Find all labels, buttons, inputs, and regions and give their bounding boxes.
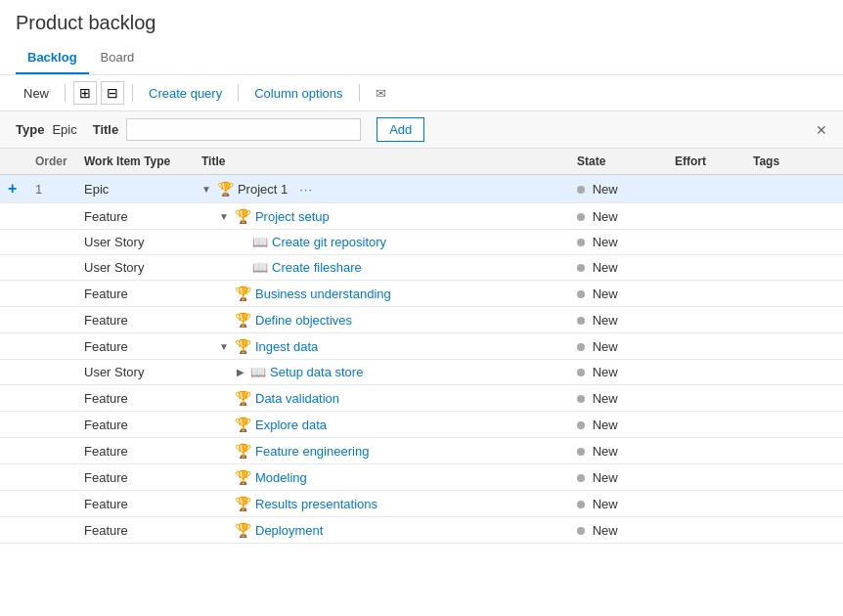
expand-arrow[interactable]: ▶: [237, 367, 244, 377]
type-cell: Feature: [76, 412, 194, 438]
type-cell: User Story: [76, 255, 194, 281]
trophy-icon: 🏆: [235, 338, 251, 354]
effort-cell: [667, 360, 745, 385]
filter-add-button[interactable]: Add: [377, 117, 424, 142]
table-row[interactable]: User Story ▶ 📖 Setup data store New: [0, 360, 843, 385]
column-options-button[interactable]: Column options: [246, 82, 350, 105]
title-cell[interactable]: 📖 Create git repository: [194, 230, 569, 255]
tags-cell: [745, 175, 843, 203]
state-label: New: [593, 260, 618, 275]
col-header-effort: Effort: [667, 149, 745, 175]
table-row[interactable]: + 1 Epic ▼ 🏆 Project 1 ··· New: [0, 175, 843, 203]
item-title: Modeling: [255, 470, 307, 485]
table-row[interactable]: Feature 🏆 Deployment New: [0, 517, 843, 544]
filter-title-input[interactable]: [126, 118, 361, 141]
tags-cell: [745, 230, 843, 255]
tags-cell: [745, 491, 843, 517]
table-row[interactable]: Feature 🏆 Data validation New: [0, 385, 843, 412]
item-title: Define objectives: [255, 313, 352, 328]
state-cell: New: [569, 464, 667, 491]
filter-type-label: Type: [16, 122, 44, 137]
type-cell: User Story: [76, 230, 194, 255]
tab-backlog[interactable]: Backlog: [16, 42, 89, 74]
item-title: Business understanding: [255, 286, 391, 301]
state-label: New: [593, 182, 618, 197]
state-cell: New: [569, 281, 667, 307]
state-dot: [577, 369, 585, 376]
tab-board[interactable]: Board: [89, 42, 147, 74]
title-cell[interactable]: ▼ 🏆 Project 1 ···: [194, 175, 569, 203]
table-row[interactable]: Feature ▼ 🏆 Ingest data New: [0, 333, 843, 360]
new-label: New: [23, 86, 49, 101]
table-row[interactable]: Feature 🏆 Feature engineering New: [0, 438, 843, 464]
filter-close-icon[interactable]: ✕: [816, 122, 827, 138]
create-query-button[interactable]: Create query: [141, 82, 230, 105]
title-cell[interactable]: ▼ 🏆 Project setup: [194, 203, 569, 230]
item-title: Data validation: [255, 391, 339, 406]
add-cell: [0, 255, 27, 281]
expand-icon: ⊞: [79, 86, 91, 100]
create-query-label: Create query: [149, 86, 222, 101]
new-button[interactable]: New: [16, 82, 57, 105]
title-cell[interactable]: 🏆 Explore data: [194, 412, 569, 438]
backlog-table: Order Work Item Type Title State Effort …: [0, 149, 843, 544]
state-cell: New: [569, 175, 667, 203]
title-cell[interactable]: 🏆 Define objectives: [194, 307, 569, 333]
state-label: New: [593, 209, 618, 224]
title-cell[interactable]: 🏆 Feature engineering: [194, 438, 569, 464]
title-cell[interactable]: 🏆 Deployment: [194, 517, 569, 544]
state-cell: New: [569, 412, 667, 438]
state-label: New: [593, 313, 618, 328]
state-cell: New: [569, 491, 667, 517]
table-row[interactable]: Feature ▼ 🏆 Project setup New: [0, 203, 843, 230]
col-header-add: [0, 149, 27, 175]
tags-cell: [745, 333, 843, 360]
title-cell[interactable]: ▼ 🏆 Ingest data: [194, 333, 569, 360]
expand-button[interactable]: ⊞: [73, 81, 97, 105]
toolbar-sep-2: [132, 84, 133, 102]
add-row-icon[interactable]: +: [8, 180, 17, 197]
effort-cell: [667, 464, 745, 491]
email-icon: ✉: [376, 86, 386, 101]
table-container: Order Work Item Type Title State Effort …: [0, 149, 843, 544]
table-row[interactable]: Feature 🏆 Results presentations New: [0, 491, 843, 517]
add-cell: [0, 464, 27, 491]
expand-arrow[interactable]: ▼: [201, 184, 211, 195]
order-cell: [27, 385, 76, 412]
state-cell: New: [569, 307, 667, 333]
trophy-icon: 🏆: [235, 443, 251, 459]
column-options-label: Column options: [254, 86, 342, 101]
effort-cell: [667, 230, 745, 255]
collapse-icon: ⊟: [107, 86, 118, 100]
state-dot: [577, 421, 585, 429]
book-icon: 📖: [250, 365, 266, 379]
table-header-row: Order Work Item Type Title State Effort …: [0, 149, 843, 175]
table-row[interactable]: User Story 📖 Create git repository New: [0, 230, 843, 255]
item-title: Create fileshare: [272, 260, 362, 275]
table-row[interactable]: Feature 🏆 Modeling New: [0, 464, 843, 491]
expand-arrow[interactable]: ▼: [219, 211, 229, 222]
title-cell[interactable]: 🏆 Results presentations: [194, 491, 569, 517]
table-row[interactable]: Feature 🏆 Define objectives New: [0, 307, 843, 333]
table-row[interactable]: Feature 🏆 Business understanding New: [0, 281, 843, 307]
book-icon: 📖: [252, 235, 268, 249]
title-cell[interactable]: 🏆 Business understanding: [194, 281, 569, 307]
order-cell: [27, 491, 76, 517]
more-button[interactable]: ···: [299, 182, 313, 197]
title-cell[interactable]: 🏆 Modeling: [194, 464, 569, 491]
add-cell: [0, 307, 27, 333]
state-dot: [577, 395, 585, 403]
type-cell: Feature: [76, 517, 194, 544]
tags-cell: [745, 385, 843, 412]
order-cell: [27, 438, 76, 464]
item-title: Create git repository: [272, 235, 386, 249]
title-cell[interactable]: 📖 Create fileshare: [194, 255, 569, 281]
title-cell[interactable]: ▶ 📖 Setup data store: [194, 360, 569, 385]
title-cell[interactable]: 🏆 Data validation: [194, 385, 569, 412]
table-row[interactable]: User Story 📖 Create fileshare New: [0, 255, 843, 281]
collapse-button[interactable]: ⊟: [101, 81, 124, 105]
table-row[interactable]: Feature 🏆 Explore data New: [0, 412, 843, 438]
expand-arrow[interactable]: ▼: [219, 341, 229, 352]
email-button[interactable]: ✉: [368, 82, 394, 105]
col-header-order: Order: [27, 149, 76, 175]
